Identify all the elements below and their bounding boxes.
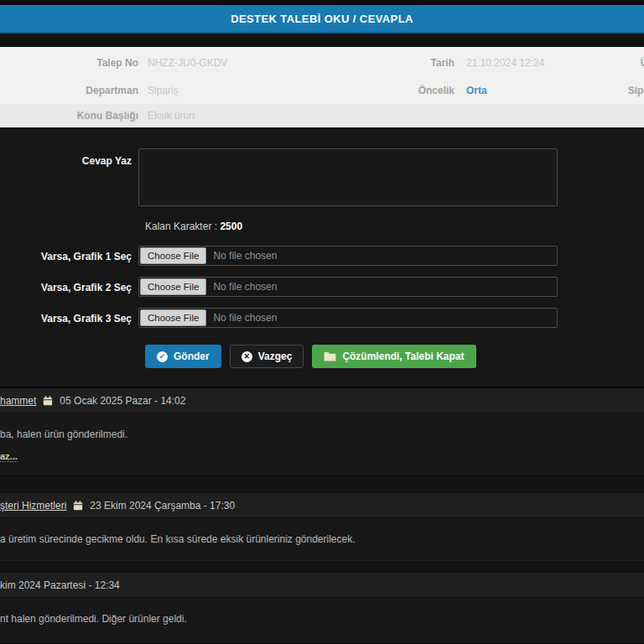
file-1-label: Varsa, Grafik 1 Seç (0, 246, 138, 266)
message-1-date: 05 Ocak 2025 Pazar - 14:02 (60, 395, 185, 407)
message-3: kim 2024 Pazartesi - 12:34 nt halen gönd… (0, 573, 644, 644)
cancel-button-label: Vazgeç (258, 351, 293, 362)
file-input-1[interactable]: Choose File No file chosen (138, 246, 558, 266)
message-1-reply-link[interactable]: az... (0, 451, 18, 462)
file-status-1: No file chosen (213, 250, 277, 262)
file-status-2: No file chosen (213, 281, 277, 293)
tarih-value: 21.10.2024 12:34 (454, 57, 627, 69)
file-status-3: No file chosen (213, 312, 277, 324)
reply-textarea[interactable] (138, 148, 558, 206)
message-3-text: nt halen gönderilmedi. Diğer ürünler gel… (0, 613, 631, 625)
message-2-header: şteri Hizmetleri 23 Ekim 2024 Çarşamba -… (0, 493, 644, 518)
ticket-info-panel: Talep No NHZZ-JU0-GKDV (0, 47, 644, 127)
oncelik-value: Orta (454, 85, 627, 96)
reply-form: Cevap Yaz Kalan Karakter : 2500 Varsa, G… (0, 127, 644, 387)
message-2-author-link[interactable]: şteri Hizmetleri (0, 500, 66, 512)
choose-file-button-3[interactable]: Choose File (140, 309, 206, 326)
message-2-date: 23 Ekim 2024 Çarşamba - 17:30 (90, 500, 235, 512)
cancel-button[interactable]: ✕ Vazgeç (230, 345, 304, 368)
title-gap (0, 34, 644, 47)
file-input-3[interactable]: Choose File No file chosen (138, 308, 558, 328)
send-button-label: Gönder (174, 351, 210, 362)
message-2: şteri Hizmetleri 23 Ekim 2024 Çarşamba -… (0, 493, 644, 563)
message-history: hammet 05 Ocak 2025 Pazar - 14:02 ba, ha… (0, 387, 644, 644)
tarih-label: Tarih (316, 57, 454, 69)
page-title: DESTEK TALEBİ OKU / CEVAPLA (231, 13, 413, 25)
ticket-info-row-1: Talep No NHZZ-JU0-GKDV (0, 49, 644, 76)
choose-file-button-2[interactable]: Choose File (140, 278, 206, 295)
departman-value: Sipariş (138, 85, 316, 96)
file-3-label: Varsa, Grafik 3 Seç (0, 308, 138, 328)
message-2-text: a üretim sürecinde gecikme oldu. En kısa… (0, 533, 631, 545)
departman-label: Departman (0, 85, 138, 96)
resolve-button-label: Çözümlendi, Talebi Kapat (342, 351, 464, 362)
uye-adi-label: Üye Adı (627, 57, 644, 69)
konu-basligi-value: Eksik ürün (138, 110, 316, 122)
calendar-icon (73, 501, 83, 511)
check-circle-icon: ✓ (157, 351, 168, 362)
siparis-no-label: Sipariş No (627, 85, 644, 96)
ticket-info-row-3: Konu Başlığı Eksik ürün (0, 104, 644, 127)
message-gap (0, 476, 644, 493)
file-row-1: Varsa, Grafik 1 Seç Choose File No file … (0, 246, 644, 266)
send-button[interactable]: ✓ Gönder (145, 345, 221, 368)
message-3-date: kim 2024 Pazartesi - 12:34 (0, 579, 120, 591)
message-3-body: nt halen gönderilmedi. Diğer ürünler gel… (0, 598, 644, 643)
konu-basligi-label: Konu Başlığı (0, 110, 138, 122)
choose-file-button-1[interactable]: Choose File (140, 247, 206, 264)
message-1-author-link[interactable]: hammet (0, 395, 36, 407)
file-row-3: Varsa, Grafik 3 Seç Choose File No file … (0, 308, 644, 328)
char-counter-label: Kalan Karakter : (145, 221, 217, 232)
talep-no-value: NHZZ-JU0-GKDV (138, 57, 316, 69)
file-2-label: Varsa, Grafik 2 Seç (0, 277, 138, 297)
message-1-header: hammet 05 Ocak 2025 Pazar - 14:02 (0, 388, 644, 413)
resolve-close-button[interactable]: Çözümlendi, Talebi Kapat (312, 345, 475, 368)
action-buttons: ✓ Gönder ✕ Vazgeç Çözümlendi, Talebi Kap… (145, 345, 644, 368)
folder-icon (324, 351, 336, 361)
file-row-2: Varsa, Grafik 2 Seç Choose File No file … (0, 277, 644, 297)
oncelik-label: Öncelik (316, 85, 454, 96)
message-3-header: kim 2024 Pazartesi - 12:34 (0, 573, 644, 598)
ticket-info-row-2: Departman Sipariş Öncelik Orta Sipariş N… (0, 76, 644, 104)
reply-row: Cevap Yaz (0, 148, 644, 210)
page-title-bar: DESTEK TALEBİ OKU / CEVAPLA (0, 5, 644, 34)
char-counter-value: 2500 (220, 221, 242, 232)
talep-no-label: Talep No (0, 57, 138, 69)
file-input-2[interactable]: Choose File No file chosen (138, 277, 558, 297)
cross-circle-icon: ✕ (242, 351, 252, 362)
message-1: hammet 05 Ocak 2025 Pazar - 14:02 ba, ha… (0, 388, 644, 476)
char-counter: Kalan Karakter : 2500 (145, 221, 644, 232)
message-1-body: ba, halen ürün gönderilmedi. az... (0, 413, 644, 475)
message-gap (0, 563, 644, 573)
reply-label: Cevap Yaz (0, 148, 138, 210)
calendar-icon (43, 396, 53, 406)
message-1-text: ba, halen ürün gönderilmedi. (0, 428, 631, 440)
message-2-body: a üretim sürecinde gecikme oldu. En kısa… (0, 518, 644, 562)
